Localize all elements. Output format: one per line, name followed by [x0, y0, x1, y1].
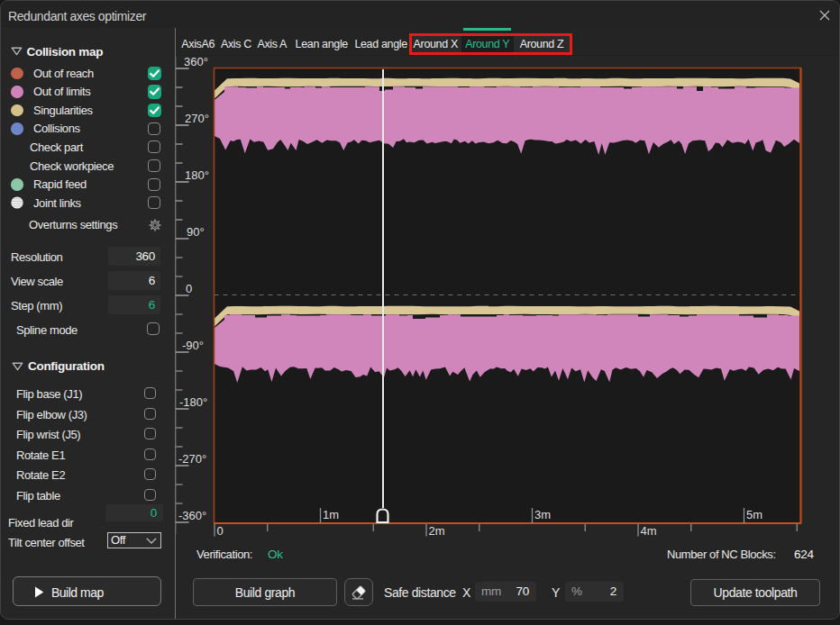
svg-text:-270°: -270° — [178, 452, 206, 466]
svg-text:1m: 1m — [323, 508, 339, 521]
svg-text:270°: 270° — [185, 112, 209, 125]
svg-text:4m: 4m — [641, 524, 657, 538]
svg-text:-90°: -90° — [182, 339, 204, 352]
svg-text:-360°: -360° — [178, 509, 206, 522]
svg-text:180°: 180° — [185, 168, 209, 182]
svg-text:2m: 2m — [429, 524, 445, 538]
svg-text:0: 0 — [186, 282, 192, 295]
svg-text:90°: 90° — [187, 225, 205, 239]
svg-text:-180°: -180° — [179, 395, 207, 409]
svg-text:360°: 360° — [184, 55, 208, 68]
svg-text:5m: 5m — [746, 508, 762, 521]
svg-text:0: 0 — [217, 524, 224, 538]
svg-text:3m: 3m — [534, 508, 551, 521]
